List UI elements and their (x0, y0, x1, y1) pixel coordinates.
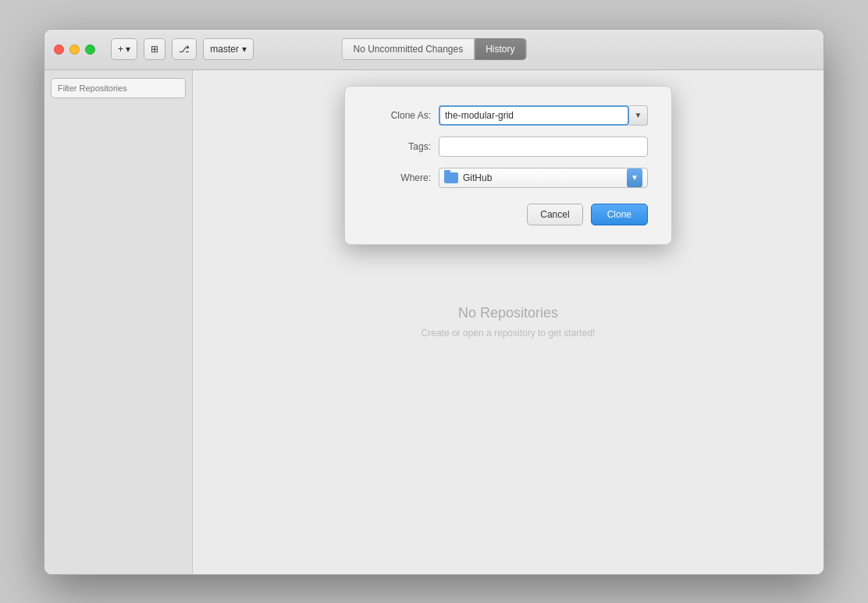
branch-selector-button[interactable]: master ▾ (203, 38, 254, 60)
tab-history[interactable]: History (474, 38, 526, 60)
where-label: Where: (368, 172, 431, 183)
tags-label: Tags: (368, 141, 431, 152)
tab-uncommitted[interactable]: No Uncommitted Changes (341, 38, 474, 60)
where-selector[interactable]: GitHub ▼ (439, 168, 648, 188)
traffic-lights (54, 44, 95, 55)
sidebar (44, 70, 193, 574)
where-chevron-btn[interactable]: ▼ (627, 168, 642, 187)
close-button[interactable] (54, 44, 64, 55)
clone-as-input[interactable] (439, 105, 629, 126)
sidebar-toggle-button[interactable]: ⊞ (144, 38, 165, 60)
clone-dialog: Clone As: ▼ Tags: (344, 86, 672, 245)
modal-footer: Cancel Clone (368, 204, 648, 225)
chevron-down-icon: ▼ (635, 111, 642, 119)
branch-chevron-icon: ▾ (242, 44, 247, 55)
filter-repos-input[interactable] (51, 78, 186, 98)
chevron-down-icon: ▼ (631, 173, 639, 182)
folder-icon (444, 172, 458, 183)
clone-button[interactable]: Clone (591, 204, 648, 225)
minimize-button[interactable] (69, 44, 80, 55)
branch-icon-button[interactable]: ⎇ (172, 38, 197, 60)
tags-input[interactable] (439, 137, 648, 157)
content-area: No Repositories Create or open a reposit… (193, 70, 824, 574)
cancel-button[interactable]: Cancel (527, 204, 582, 225)
titlebar: + ▾ ⊞ ⎇ master ▾ GitHub No Uncommitted C… (44, 30, 824, 70)
where-folder-name: GitHub (463, 172, 627, 183)
clone-as-input-wrapper: ▼ (439, 105, 648, 126)
where-row: Where: GitHub ▼ (368, 168, 648, 188)
toolbar: + ▾ ⊞ ⎇ master ▾ (111, 38, 254, 60)
clone-as-row: Clone As: ▼ (368, 105, 648, 126)
main-content: No Repositories Create or open a reposit… (44, 70, 824, 574)
add-button[interactable]: + ▾ (111, 38, 137, 60)
tags-input-wrapper (439, 137, 648, 157)
app-window: + ▾ ⊞ ⎇ master ▾ GitHub No Uncommitted C… (44, 29, 824, 575)
modal-overlay: Clone As: ▼ Tags: (193, 70, 824, 574)
branch-name-label: master (210, 44, 239, 55)
tags-row: Tags: (368, 137, 648, 157)
maximize-button[interactable] (85, 44, 95, 55)
tab-group: No Uncommitted Changes History (341, 38, 526, 60)
clone-as-dropdown-btn[interactable]: ▼ (629, 105, 648, 126)
clone-as-label: Clone As: (368, 110, 431, 121)
